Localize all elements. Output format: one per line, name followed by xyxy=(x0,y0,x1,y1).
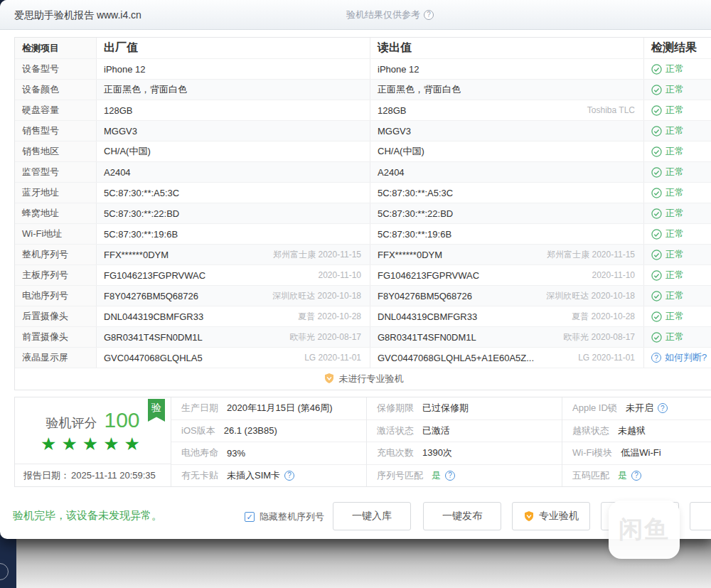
value-note: 郑州富士康 2020-11-15 xyxy=(547,249,635,261)
check-circle-icon xyxy=(651,229,662,240)
read-value: A2404 xyxy=(370,162,644,182)
notice: 验机结果仅供参考 ? xyxy=(346,0,434,30)
read-value: iPhone 12 xyxy=(370,59,644,79)
score-box: 验 验机评分 100 ★★★★★ 报告日期： 2025-11-11 20:59:… xyxy=(15,397,171,486)
help-icon[interactable]: ? xyxy=(424,10,434,20)
button-label: 一键发布 xyxy=(442,510,482,523)
value-note: 2020-11-10 xyxy=(319,270,362,280)
table-row: 整机序列号FFX******0DYM郑州富士康 2020-11-15FFX***… xyxy=(15,245,711,265)
value-note: 深圳欣旺达 2020-10-18 xyxy=(272,290,361,302)
hide-serial-checkbox[interactable]: ✓ 隐藏整机序列号 xyxy=(245,511,324,523)
question-icon[interactable]: ? xyxy=(631,471,641,481)
title-bar: 爱思助手验机报告 www.i4.cn 验机结果仅供参考 ? xyxy=(0,0,711,30)
shield-icon xyxy=(324,373,335,386)
read-value: G8R0341T4SFN0DM1L欧菲光 2020-08-17 xyxy=(370,327,644,347)
item-label: 设备颜色 xyxy=(15,80,97,100)
table-row: 后置摄像头DNL044319CBMFGR33夏普 2020-10-28DNL04… xyxy=(15,306,711,327)
result-text: 正常 xyxy=(665,207,684,220)
value-note: 郑州富士康 2020-11-15 xyxy=(273,249,361,261)
factory-value: FG1046213FGPRVWAC2020-11-10 xyxy=(97,265,370,285)
summary-item-label: 序列号匹配 xyxy=(377,469,423,482)
watermark-text: 闲鱼 xyxy=(619,513,670,546)
button-3[interactable]: 专业验机 xyxy=(512,502,590,530)
table-row: 销售地区CH/A(中国)CH/A(中国)正常 xyxy=(15,141,711,162)
check-circle-icon xyxy=(651,105,662,116)
factory-value: MGGV3 xyxy=(97,121,370,141)
result-cell: 正常 xyxy=(644,183,711,203)
summary-box: 验 验机评分 100 ★★★★★ 报告日期： 2025-11-11 20:59:… xyxy=(14,397,711,487)
button-5-obscured[interactable] xyxy=(690,502,711,530)
result-cell: ?如何判断? xyxy=(644,348,711,368)
summary-item: iOS版本26.1 (23B85) xyxy=(171,420,366,443)
item-label: 销售地区 xyxy=(15,141,97,161)
report-date-label: 报告日期： xyxy=(23,469,70,482)
summary-item: 序列号匹配是? xyxy=(367,465,562,487)
button-1[interactable]: 一键入库 xyxy=(333,502,411,530)
result-text: 正常 xyxy=(665,331,684,343)
check-circle-icon xyxy=(651,146,662,157)
read-value: 5C:87:30:**:22:BD xyxy=(370,203,644,223)
item-label: 主板序列号 xyxy=(15,265,97,285)
report-panel: 爱思助手验机报告 www.i4.cn 验机结果仅供参考 ? 检测项目出厂值读出值… xyxy=(0,0,711,539)
result-text: 正常 xyxy=(665,166,684,178)
status-text: 验机完毕，该设备未发现异常。 xyxy=(13,509,162,523)
score-label: 验机评分 xyxy=(46,415,97,432)
summary-item-value: 未开启? xyxy=(626,402,668,415)
summary-item: Apple ID锁未开启? xyxy=(562,397,711,420)
check-circle-icon xyxy=(651,167,662,178)
table-footer-note: 未进行专业验机 xyxy=(15,368,711,390)
result-text: 正常 xyxy=(665,83,684,96)
check-circle-icon xyxy=(651,311,662,322)
button-2[interactable]: 一键发布 xyxy=(423,502,501,530)
result-cell: 正常 xyxy=(644,306,711,326)
app-background: 爱思助手验机报告 www.i4.cn 验机结果仅供参考 ? 检测项目出厂值读出值… xyxy=(0,0,711,588)
question-icon[interactable]: ? xyxy=(651,353,661,363)
question-icon[interactable]: ? xyxy=(284,471,294,481)
table-row: 监管型号A2404A2404正常 xyxy=(15,162,711,183)
summary-item-value: 2020年11月15日 (第46周) xyxy=(227,402,333,415)
factory-value: G8R0341T4SFN0DM1L欧菲光 2020-08-17 xyxy=(97,327,370,347)
summary-column: 生产日期2020年11月15日 (第46周)iOS版本26.1 (23B85)电… xyxy=(171,397,367,486)
item-label: 设备型号 xyxy=(15,59,97,79)
table-row: 前置摄像头G8R0341T4SFN0DM1L欧菲光 2020-08-17G8R0… xyxy=(15,327,711,348)
value-note: 欧菲光 2020-08-17 xyxy=(563,331,635,343)
summary-item-label: 电池寿命 xyxy=(181,447,218,459)
action-bar: 验机完毕，该设备未发现异常。 ✓ 隐藏整机序列号 一键入库一键发布专业验机 xyxy=(0,498,711,537)
summary-item-label: 越狱状态 xyxy=(572,424,609,437)
check-circle-icon xyxy=(651,270,662,281)
item-label: Wi-Fi地址 xyxy=(15,224,97,244)
summary-item: 电池寿命93% xyxy=(171,442,366,465)
column-header: 检测结果 xyxy=(644,38,711,58)
read-value: MGGV3 xyxy=(370,121,644,141)
checkbox-icon[interactable]: ✓ xyxy=(245,512,255,522)
button-label: 一键入库 xyxy=(352,510,392,523)
summary-grid: 生产日期2020年11月15日 (第46周)iOS版本26.1 (23B85)电… xyxy=(171,397,711,486)
question-icon[interactable]: ? xyxy=(445,471,455,481)
notice-text: 验机结果仅供参考 xyxy=(346,0,420,30)
result-cell: 正常 xyxy=(644,224,711,244)
summary-item-label: 充电次数 xyxy=(377,447,414,459)
value-note: LG 2020-11-01 xyxy=(304,353,361,363)
factory-value: 5C:87:30:**:22:BD xyxy=(97,203,370,223)
table-row: 销售型号MGGV3MGGV3正常 xyxy=(15,121,711,141)
factory-value: 128GB xyxy=(97,100,370,120)
summary-item-value: 未越狱 xyxy=(618,424,646,437)
read-value: 5C:87:30:**:19:6B xyxy=(370,224,644,244)
factory-value: FFX******0DYM郑州富士康 2020-11-15 xyxy=(97,245,370,264)
check-circle-icon xyxy=(651,332,662,343)
summary-item-value: 1390次 xyxy=(422,447,452,459)
column-header: 检测项目 xyxy=(15,38,97,58)
summary-item: 保修期限已过保修期 xyxy=(367,397,562,420)
summary-item-label: 有无卡贴 xyxy=(181,469,218,482)
check-circle-icon xyxy=(651,188,662,198)
summary-item-label: 保修期限 xyxy=(377,402,414,415)
how-to-judge-link[interactable]: 如何判断? xyxy=(665,351,707,364)
question-icon[interactable]: ? xyxy=(658,403,668,413)
table-row: 蜂窝地址5C:87:30:**:22:BD5C:87:30:**:22:BD正常 xyxy=(15,203,711,224)
result-text: 正常 xyxy=(665,104,684,117)
result-cell: 正常 xyxy=(644,141,711,161)
summary-item-label: 激活状态 xyxy=(377,424,414,437)
check-table: 检测项目出厂值读出值检测结果 设备型号iPhone 12iPhone 12正常设… xyxy=(14,37,711,390)
summary-item: Wi-Fi模块低温Wi-Fi xyxy=(562,442,711,465)
report-date-row: 报告日期： 2025-11-11 20:59:35 xyxy=(15,464,171,486)
